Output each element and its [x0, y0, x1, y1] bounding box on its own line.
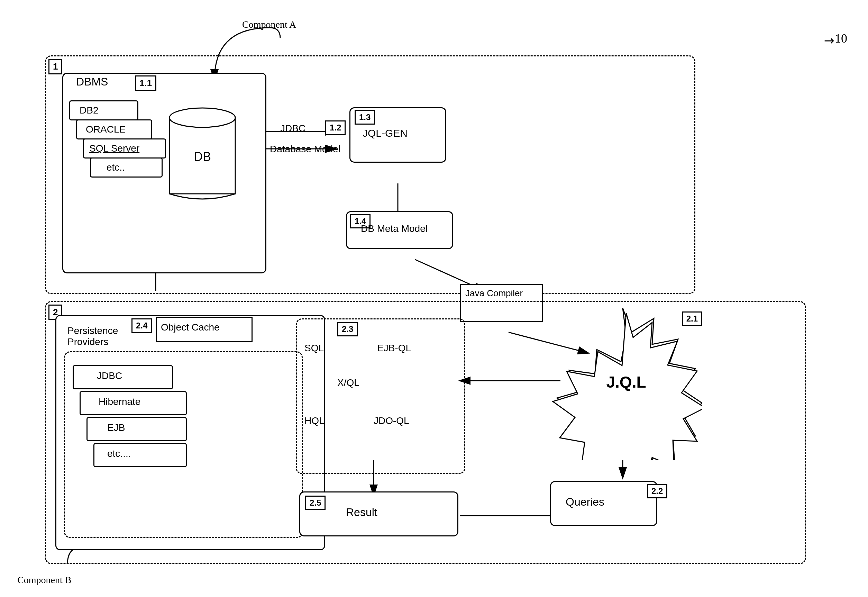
- jdbc-label: JDBC: [280, 123, 305, 134]
- component-a-label: Component A: [242, 19, 296, 30]
- component-b-label: Component B: [17, 575, 71, 585]
- jql-starburst: J.Q.L 2.1: [550, 308, 702, 460]
- ejb-label: EJB: [107, 422, 125, 433]
- query-types-box: [296, 318, 465, 474]
- svg-text:J.Q.L: J.Q.L: [606, 373, 646, 391]
- persistence-providers-label: PersistenceProviders: [67, 325, 118, 348]
- db-meta-model-label: DB Meta Model: [361, 223, 428, 234]
- badge-2-5: 2.5: [305, 496, 326, 510]
- db-cylinder: DB: [166, 102, 239, 202]
- sqlserver-label: SQL Server: [89, 143, 139, 154]
- badge-1: 1: [49, 59, 62, 74]
- result-label: Result: [346, 506, 378, 519]
- jdbc-persistence-box: [73, 365, 173, 389]
- svg-text:DB: DB: [194, 150, 211, 164]
- hql-label: HQL: [304, 415, 324, 426]
- ejb-box: [86, 417, 187, 441]
- dbms-label: DBMS: [76, 76, 108, 88]
- sql-label: SQL: [304, 343, 324, 354]
- badge-1-2: 1.2: [325, 120, 346, 135]
- jql-gen-label: JQL-GEN: [363, 127, 407, 139]
- badge-2-2: 2.2: [647, 484, 667, 498]
- etc-box: [90, 157, 163, 178]
- badge-2-3: 2.3: [337, 322, 358, 336]
- java-compiler-label: Java Compiler: [465, 288, 523, 298]
- db2-label: DB2: [80, 105, 98, 116]
- badge-1-3: 1.3: [355, 110, 375, 125]
- object-cache-label: Object Cache: [161, 322, 220, 333]
- badge-2-1: 2.1: [682, 312, 702, 326]
- etc2-label: etc....: [107, 448, 131, 459]
- database-model-label: Database Model: [270, 144, 341, 155]
- diagram-container: 10 ↙ Component A Component B 1 1.1 DBMS …: [0, 0, 868, 597]
- hibernate-label: Hibernate: [99, 396, 141, 407]
- jdbc-persistence-label: JDBC: [97, 370, 122, 382]
- jdoql-label: JDO-QL: [374, 415, 409, 426]
- svg-point-14: [169, 108, 235, 127]
- badge-2-4: 2.4: [132, 318, 152, 333]
- xql-label: X/QL: [337, 377, 360, 388]
- queries-label: Queries: [566, 496, 604, 508]
- oracle-label: ORACLE: [86, 124, 126, 135]
- etc-label: etc..: [107, 162, 125, 173]
- badge-1-1: 1.1: [135, 76, 156, 91]
- ejbql-label: EJB-QL: [377, 343, 411, 354]
